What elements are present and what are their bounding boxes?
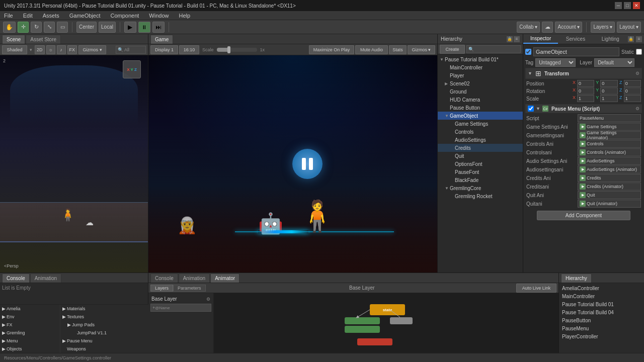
tool-hand[interactable]: ✋ <box>3 22 16 33</box>
tab-animator[interactable]: Animator <box>210 274 239 283</box>
hier-item-gremlingcore[interactable]: ▼ GremlingCore <box>438 184 523 192</box>
proj-folder-fx[interactable]: ▶ FX <box>0 321 60 329</box>
collab-button[interactable]: Collab ▾ <box>517 22 540 33</box>
scl-y-field[interactable]: 1 <box>600 95 617 102</box>
tab-bottom-right[interactable]: Hierarchy <box>561 274 592 283</box>
hier-item-game-settings[interactable]: ▶ Game Settings <box>438 120 523 128</box>
pos-y-field[interactable]: 0 <box>600 80 617 87</box>
hier-item-optionsfont[interactable]: ▶ OptionsFont <box>438 160 523 168</box>
minimize-button[interactable]: ─ <box>615 2 622 9</box>
anim-node-2[interactable] <box>345 317 380 324</box>
account-button[interactable]: Account ▾ <box>555 22 582 33</box>
field-value-7[interactable]: ▶ Credits (Animator) <box>578 183 641 191</box>
menu-file[interactable]: File <box>2 13 15 19</box>
pos-z-field[interactable]: 0 <box>624 80 641 87</box>
hier-item-pausefont[interactable]: ▶ PauseFont <box>438 168 523 176</box>
maximize-button[interactable]: □ <box>624 2 631 9</box>
hier-item-blackfade[interactable]: ▶ BlackFade <box>438 176 523 184</box>
proj-item-playerctrl[interactable]: PlayerController <box>560 332 643 340</box>
tool-move[interactable]: ✛ <box>18 22 29 33</box>
hier-item-quit[interactable]: ▶ Quit <box>438 152 523 160</box>
add-component-button[interactable]: Add Component <box>537 211 630 220</box>
stats-button[interactable]: Stats <box>389 45 407 54</box>
tab-game[interactable]: Game <box>150 35 173 44</box>
go-active-checkbox[interactable] <box>525 49 531 55</box>
rot-y-field[interactable]: 0 <box>600 87 617 95</box>
anim-node-1[interactable]: state <box>370 304 405 315</box>
hierarchy-search[interactable]: 🔍 <box>466 45 521 53</box>
proj-folder-objects[interactable]: ▶ Objects <box>0 345 60 353</box>
hier-item-gremling-rocket[interactable]: ▶ Gremling Rocket <box>438 192 523 200</box>
scene-search[interactable]: 🔍All <box>116 46 146 54</box>
script-ref-value[interactable]: PauseMenu <box>578 114 641 122</box>
go-name-field[interactable] <box>533 47 619 56</box>
pivot-toggle[interactable]: Center <box>76 22 97 33</box>
tab-console[interactable]: Console <box>2 274 30 283</box>
tab-lighting[interactable]: Lighting <box>593 34 628 44</box>
proj-item-pausebutton[interactable]: PauseButton <box>560 316 643 324</box>
scl-z-field[interactable]: 1 <box>624 95 641 102</box>
hierarchy-lock-btn[interactable]: 🔒 <box>507 36 513 42</box>
proj-item-pausemenu[interactable]: PauseMenu <box>560 324 643 332</box>
scl-x-field[interactable]: 1 <box>577 95 594 102</box>
fx-button[interactable]: FX <box>67 45 77 54</box>
pause-button[interactable]: ⏸ <box>138 22 150 33</box>
parameters-tab[interactable]: Parameters <box>173 285 206 292</box>
hier-item-scene02[interactable]: ▶ Scene02 <box>438 79 523 87</box>
transform-component-header[interactable]: ▼ ⊞ Transform ⚙ <box>525 68 642 79</box>
display-selector[interactable]: Display 1 <box>150 45 178 54</box>
proj-detail-pause-menu[interactable]: ▶ Pause Menu <box>60 337 148 345</box>
aspect-selector[interactable]: 16:10 <box>179 45 199 54</box>
layer-selector[interactable]: Default <box>594 58 634 67</box>
tab-inspector[interactable]: Inspector <box>523 34 558 44</box>
play-button[interactable]: ▶ <box>124 22 136 33</box>
transform-settings-icon[interactable]: ⚙ <box>635 71 639 76</box>
tab-services[interactable]: Services <box>558 34 593 44</box>
field-value-0[interactable]: ▶ Game Settings <box>578 123 641 131</box>
hierarchy-create-btn[interactable]: Create <box>440 45 465 54</box>
shaded-button[interactable]: Shaded <box>2 45 27 54</box>
anim-node-5[interactable] <box>357 338 392 345</box>
hier-item-audiosettings[interactable]: ▶ AudioSettings <box>438 136 523 144</box>
hier-item-root[interactable]: ▼ Pause Tutorial Build 01* <box>438 55 523 63</box>
anim-param-search[interactable]: + @Name <box>150 304 211 312</box>
field-value-5[interactable]: ▶ AudioSettings (Animator) <box>578 165 641 173</box>
proj-detail-weapons[interactable]: ▶ Weapons <box>60 345 148 353</box>
field-value-4[interactable]: ▶ AudioSettings <box>578 157 641 165</box>
field-value-3[interactable]: ▶ Controls (Animator) <box>578 148 641 156</box>
go-static-checkbox[interactable] <box>636 49 642 55</box>
gizmos-game-button[interactable]: Gizmos ▾ <box>408 45 435 54</box>
proj-item-ptb04[interactable]: Pause Tutorial Build 04 <box>560 308 643 316</box>
mute-audio-button[interactable]: Mute Audio <box>355 45 388 54</box>
tab-anim-animation[interactable]: Animation <box>179 274 210 283</box>
proj-folder-amelia[interactable]: ▶ Amelia <box>0 305 60 313</box>
close-button[interactable]: ✕ <box>633 2 640 9</box>
menu-edit[interactable]: Edit <box>21 13 35 19</box>
proj-item-ptb01[interactable]: Pause Tutorial Build 01 <box>560 300 643 308</box>
proj-detail-textures[interactable]: ▶ Textures <box>60 313 148 321</box>
menu-gameobject[interactable]: GameObject <box>67 13 103 19</box>
auto-live-link-btn[interactable]: Auto Live Link <box>516 284 556 293</box>
proj-detail-jumppad-v1[interactable]: ▶ JumpPad V1.1 <box>60 329 148 337</box>
base-layer-item[interactable]: Base Layer ⚙ <box>150 295 211 303</box>
hier-item-player[interactable]: ▶ Player <box>438 71 523 79</box>
pos-x-field[interactable]: 0 <box>577 80 594 87</box>
tool-rotate[interactable]: ↻ <box>31 22 42 33</box>
maximize-on-play-button[interactable]: Maximize On Play <box>309 45 354 54</box>
proj-folder-env[interactable]: ▶ Env <box>0 313 60 321</box>
field-value-8[interactable]: ▶ Quit <box>578 191 641 199</box>
proj-folder-menu[interactable]: ▶ Menu <box>0 337 60 345</box>
step-button[interactable]: ⏭ <box>152 22 165 33</box>
layout-button[interactable]: Layout ▾ <box>617 22 641 33</box>
script-component-header[interactable]: ▼ C# Pause Menu (Script) ⚙ <box>525 104 642 113</box>
menu-component[interactable]: Component <box>108 13 141 19</box>
hierarchy-menu-btn[interactable]: ≡ <box>514 36 520 42</box>
audio-button[interactable]: ♪ <box>57 45 66 54</box>
inspector-lock-btn[interactable]: 🔒 <box>628 36 634 42</box>
proj-item-amelia-ctrl[interactable]: AmeliaController <box>560 284 643 292</box>
proj-detail-materials[interactable]: ▶ Materials <box>60 305 148 313</box>
hier-item-credits[interactable]: ▶ Credits <box>438 144 523 152</box>
tag-selector[interactable]: Untagged <box>535 58 576 67</box>
anim-node-4[interactable] <box>345 326 380 333</box>
field-value-2[interactable]: ▶ Controls <box>578 140 641 148</box>
